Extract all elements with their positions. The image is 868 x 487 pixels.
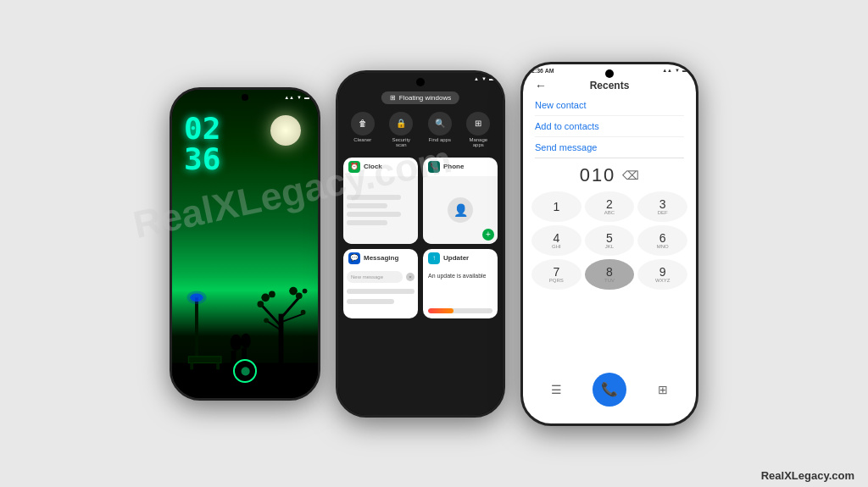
cleaner-icon: 🗑	[351, 112, 375, 136]
dialer-header: ← Recents	[523, 80, 696, 91]
backspace-button[interactable]: ⌫	[622, 169, 639, 182]
clock-line2	[347, 203, 387, 208]
key-4[interactable]: 4GHI	[531, 225, 581, 256]
svg-rect-4	[188, 357, 221, 363]
key-9[interactable]: 9WXYZ	[637, 259, 687, 290]
dialer-screen: 2:36 AM ▲▲ ▼ ▬ ← Recents New contact Add…	[523, 64, 696, 423]
clock-app-header: ⏰ Clock	[343, 158, 418, 176]
notch	[242, 94, 248, 101]
messaging-app-content: New message ×	[343, 268, 418, 318]
call-button[interactable]: 📞	[585, 374, 635, 405]
messaging-close-button[interactable]: ×	[406, 273, 415, 281]
lock-time: 02 36	[184, 113, 220, 174]
manage-apps-action[interactable]: ⊞ Manageapps	[466, 112, 490, 147]
updater-progress-fill	[428, 308, 453, 313]
moon-decoration	[270, 115, 301, 146]
updater-progress-bar	[428, 308, 492, 313]
svg-rect-6	[216, 363, 220, 370]
signal-icon: ▲	[474, 76, 479, 81]
send-message-item[interactable]: Send message	[535, 137, 684, 158]
find-apps-icon: 🔍	[428, 112, 452, 136]
phone-app-header: 📞 Phone	[423, 158, 498, 176]
apps-grid: ⏰ Clock 📞 Phone 👤 +	[343, 158, 498, 318]
bottom-credit: RealXLegacy.com	[761, 469, 854, 482]
new-message-input[interactable]: New message	[347, 271, 403, 283]
recents-list: New contact Add to contacts Send message	[523, 95, 696, 158]
security-scan-action[interactable]: 🔒 Securityscan	[389, 112, 413, 147]
phone-app-icon: 📞	[428, 161, 440, 173]
key-3[interactable]: 3DEF	[637, 191, 687, 222]
svg-point-3	[186, 291, 206, 303]
back-button[interactable]: ←	[535, 79, 547, 92]
msg-line	[347, 289, 415, 294]
svg-point-19	[296, 292, 303, 299]
clock-app-icon: ⏰	[348, 161, 360, 173]
battery-icon: ▬	[304, 95, 309, 100]
svg-point-22	[264, 318, 269, 323]
call-icon: 📞	[593, 373, 626, 407]
svg-point-16	[257, 301, 264, 307]
updater-app-header: ↑ Updater	[423, 249, 498, 268]
messaging-app-card[interactable]: 💬 Messaging New message ×	[343, 249, 418, 318]
svg-rect-5	[190, 363, 193, 370]
key-7[interactable]: 7PQRS	[531, 259, 581, 290]
clock-line3	[347, 212, 401, 217]
clock-line4	[347, 220, 387, 225]
security-icon: 🔒	[389, 112, 413, 136]
svg-point-9	[241, 334, 251, 348]
svg-point-23	[301, 310, 306, 315]
key-6[interactable]: 6MNO	[637, 225, 687, 256]
updater-app-content: An update is available	[423, 268, 498, 318]
updater-app-card[interactable]: ↑ Updater An update is available	[423, 249, 498, 318]
appswitcher-screen: ▲ ▼ ▬ Floating windows 🗑 Cleaner 🔒 Secur…	[338, 73, 503, 415]
msg-line2	[347, 299, 394, 304]
quick-actions-bar: 🗑 Cleaner 🔒 Securityscan 🔍 Find apps ⊞ M…	[338, 108, 503, 151]
key-1[interactable]: 1	[531, 191, 581, 222]
key-8[interactable]: 8TUV	[585, 259, 635, 290]
cleaner-action[interactable]: 🗑 Cleaner	[351, 112, 375, 147]
svg-point-7	[231, 335, 242, 351]
signal-icon: ▲▲	[662, 68, 672, 73]
messaging-app-icon: 💬	[348, 252, 360, 264]
add-to-contacts-item[interactable]: Add to contacts	[535, 116, 684, 137]
grid-icon: ⊞	[658, 383, 668, 396]
msg-input-row: New message ×	[347, 271, 415, 283]
floating-windows-button[interactable]: Floating windows	[381, 91, 459, 104]
status-bar: ▲ ▼ ▬	[474, 76, 494, 81]
clock-line1	[347, 195, 401, 200]
phone-appswitcher: ▲ ▼ ▬ Floating windows 🗑 Cleaner 🔒 Secur…	[336, 70, 505, 418]
notch	[416, 78, 425, 86]
menu-icon: ☰	[551, 383, 562, 396]
status-icons: ▲▲ ▼ ▬	[662, 68, 687, 73]
page-title: Recents	[590, 80, 630, 91]
key-2[interactable]: 2ABC	[585, 191, 635, 222]
phone-dialer: 2:36 AM ▲▲ ▼ ▬ ← Recents New contact Add…	[520, 62, 698, 426]
updater-app-icon: ↑	[428, 252, 440, 264]
phone-add-button[interactable]: +	[482, 229, 494, 241]
dialpad-menu-button[interactable]: ☰	[531, 374, 581, 405]
clock-app-card[interactable]: ⏰ Clock	[343, 158, 418, 244]
clock-app-content	[343, 176, 418, 244]
battery-icon: ▬	[682, 68, 687, 73]
svg-rect-1	[195, 297, 198, 362]
number-display: 010 ⌫	[523, 164, 696, 186]
phone-app-card[interactable]: 📞 Phone 👤 +	[423, 158, 498, 244]
wifi-icon: ▼	[481, 76, 487, 81]
bottom-row: ☰ 📞 ⊞	[523, 374, 696, 405]
battery-icon: ▬	[489, 76, 494, 81]
svg-point-17	[261, 293, 270, 302]
svg-line-13	[281, 297, 299, 318]
phone-lockscreen: ▲▲ ▼ ▬ 02 36	[170, 87, 320, 401]
phone-avatar: 👤	[448, 197, 473, 223]
key-5[interactable]: 5JKL	[585, 225, 635, 256]
signal-icon: ▲▲	[284, 95, 294, 100]
status-bar: ▲▲ ▼ ▬	[284, 95, 309, 100]
fingerprint-icon[interactable]	[233, 359, 257, 383]
contacts-grid-button[interactable]: ⊞	[637, 374, 687, 405]
svg-point-21	[289, 287, 298, 296]
svg-point-18	[269, 291, 275, 297]
new-contact-item[interactable]: New contact	[535, 95, 684, 116]
find-apps-action[interactable]: 🔍 Find apps	[428, 112, 452, 147]
svg-point-20	[303, 289, 308, 294]
wifi-icon: ▼	[297, 95, 302, 100]
